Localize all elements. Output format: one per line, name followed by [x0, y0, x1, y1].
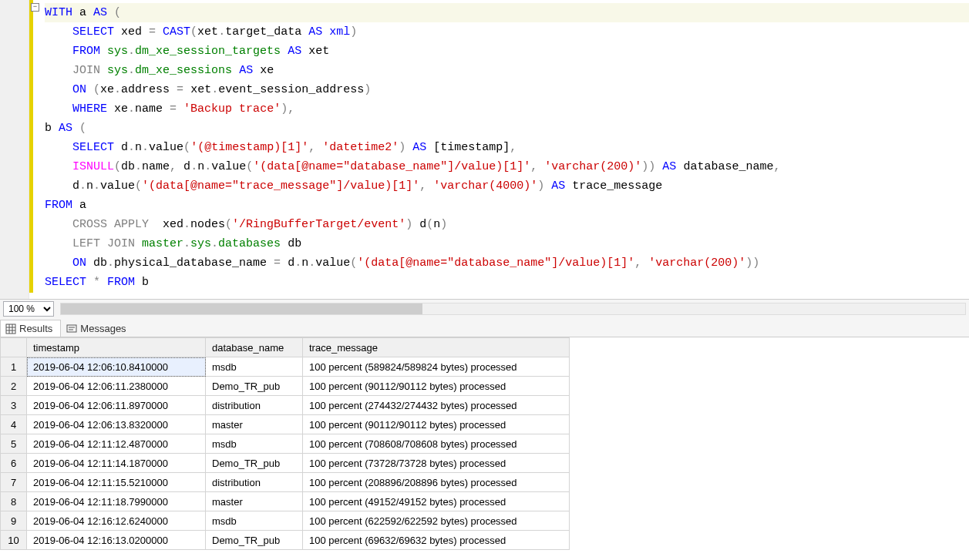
code-line[interactable]: FROM sys.dm_xe_session_targets AS xet: [45, 42, 969, 61]
cell-timestamp[interactable]: 2019-06-04 12:11:15.5210000: [27, 473, 206, 492]
code-line[interactable]: FROM a: [45, 196, 969, 215]
fold-collapse-icon[interactable]: −: [31, 3, 39, 12]
tab-messages[interactable]: Messages: [61, 320, 134, 337]
table-row[interactable]: 32019-06-04 12:06:11.8970000distribution…: [1, 396, 570, 415]
code-line[interactable]: ISNULL(db.name, d.n.value('(data[@name="…: [45, 157, 969, 176]
cell-message[interactable]: 100 percent (90112/90112 bytes) processe…: [303, 415, 570, 434]
row-header[interactable]: 2: [1, 377, 27, 396]
grid-header-row: timestamp database_name trace_message: [1, 338, 570, 357]
tab-results[interactable]: Results: [0, 320, 61, 337]
row-header[interactable]: 5: [1, 434, 27, 454]
results-grid: timestamp database_name trace_message 12…: [0, 337, 570, 550]
cell-message[interactable]: 100 percent (708608/708608 bytes) proces…: [303, 434, 570, 454]
row-header[interactable]: 7: [1, 473, 27, 492]
zoom-select[interactable]: 100 %: [3, 301, 54, 317]
scrollbar-thumb[interactable]: [61, 303, 422, 314]
results-grid-pane[interactable]: timestamp database_name trace_message 12…: [0, 337, 969, 560]
code-line[interactable]: SELECT * FROM b: [45, 273, 969, 292]
cell-timestamp[interactable]: 2019-06-04 12:16:12.6240000: [27, 511, 206, 531]
row-header[interactable]: 4: [1, 415, 27, 434]
col-header-database[interactable]: database_name: [206, 338, 303, 357]
col-header-message[interactable]: trace_message: [303, 338, 570, 357]
code-line[interactable]: SELECT xed = CAST(xet.target_data AS xml…: [45, 22, 969, 42]
svg-rect-5: [67, 325, 76, 332]
code-line[interactable]: JOIN sys.dm_xe_sessions AS xe: [45, 61, 969, 80]
code-line[interactable]: SELECT d.n.value('(@timestamp)[1]', 'dat…: [45, 138, 969, 157]
code-line[interactable]: WITH a AS (: [45, 3, 969, 22]
table-row[interactable]: 12019-06-04 12:06:10.8410000msdb100 perc…: [1, 357, 570, 377]
svg-rect-0: [6, 324, 15, 334]
code-line[interactable]: ON (xe.address = xet.event_session_addre…: [45, 80, 969, 99]
cell-database[interactable]: Demo_TR_pub: [206, 531, 303, 550]
cell-database[interactable]: Demo_TR_pub: [206, 454, 303, 473]
cell-message[interactable]: 100 percent (274432/274432 bytes) proces…: [303, 396, 570, 415]
cell-message[interactable]: 100 percent (90112/90112 bytes) processe…: [303, 377, 570, 396]
code-text[interactable]: WITH a AS ( SELECT xed = CAST(xet.target…: [43, 0, 969, 299]
editor-gutter: [0, 0, 29, 299]
cell-timestamp[interactable]: 2019-06-04 12:06:11.2380000: [27, 377, 206, 396]
cell-message[interactable]: 100 percent (49152/49152 bytes) processe…: [303, 492, 570, 511]
code-line[interactable]: d.n.value('(data[@name="trace_message"]/…: [45, 176, 969, 196]
cell-timestamp[interactable]: 2019-06-04 12:16:13.0200000: [27, 531, 206, 550]
table-row[interactable]: 42019-06-04 12:06:13.8320000master100 pe…: [1, 415, 570, 434]
table-row[interactable]: 92019-06-04 12:16:12.6240000msdb100 perc…: [1, 511, 570, 531]
cell-timestamp[interactable]: 2019-06-04 12:06:11.8970000: [27, 396, 206, 415]
row-header[interactable]: 8: [1, 492, 27, 511]
code-line[interactable]: WHERE xe.name = 'Backup trace'),: [45, 99, 969, 119]
cell-database[interactable]: distribution: [206, 396, 303, 415]
cell-message[interactable]: 100 percent (69632/69632 bytes) processe…: [303, 531, 570, 550]
tab-results-label: Results: [19, 323, 52, 334]
cell-database[interactable]: Demo_TR_pub: [206, 377, 303, 396]
col-header-timestamp[interactable]: timestamp: [27, 338, 206, 357]
horizontal-scrollbar[interactable]: [60, 303, 966, 315]
table-row[interactable]: 82019-06-04 12:11:18.7990000master100 pe…: [1, 492, 570, 511]
row-header[interactable]: 6: [1, 454, 27, 473]
code-line[interactable]: LEFT JOIN master.sys.databases db: [45, 234, 969, 253]
table-row[interactable]: 102019-06-04 12:16:13.0200000Demo_TR_pub…: [1, 531, 570, 550]
fold-margin: −: [29, 0, 43, 299]
results-tabs: Results Messages: [0, 317, 969, 337]
cell-database[interactable]: master: [206, 492, 303, 511]
cell-database[interactable]: msdb: [206, 434, 303, 454]
cell-database[interactable]: msdb: [206, 357, 303, 377]
grid-icon: [5, 324, 16, 334]
cell-database[interactable]: distribution: [206, 473, 303, 492]
cell-database[interactable]: master: [206, 415, 303, 434]
cell-timestamp[interactable]: 2019-06-04 12:11:18.7990000: [27, 492, 206, 511]
table-row[interactable]: 62019-06-04 12:11:14.1870000Demo_TR_pub1…: [1, 454, 570, 473]
cell-timestamp[interactable]: 2019-06-04 12:06:10.8410000: [27, 357, 206, 377]
sql-editor[interactable]: − WITH a AS ( SELECT xed = CAST(xet.targ…: [0, 0, 969, 299]
code-line[interactable]: CROSS APPLY xed.nodes('/RingBufferTarget…: [45, 215, 969, 234]
row-header[interactable]: 3: [1, 396, 27, 415]
cell-message[interactable]: 100 percent (589824/589824 bytes) proces…: [303, 357, 570, 377]
cell-database[interactable]: msdb: [206, 511, 303, 531]
table-row[interactable]: 52019-06-04 12:11:12.4870000msdb100 perc…: [1, 434, 570, 454]
editor-zoom-bar: 100 %: [0, 299, 969, 317]
change-indicator: [29, 0, 33, 293]
row-header[interactable]: 10: [1, 531, 27, 550]
corner-header[interactable]: [1, 338, 27, 357]
table-row[interactable]: 22019-06-04 12:06:11.2380000Demo_TR_pub1…: [1, 377, 570, 396]
messages-icon: [66, 324, 77, 334]
cell-message[interactable]: 100 percent (622592/622592 bytes) proces…: [303, 511, 570, 531]
code-line[interactable]: ON db.physical_database_name = d.n.value…: [45, 253, 969, 273]
table-row[interactable]: 72019-06-04 12:11:15.5210000distribution…: [1, 473, 570, 492]
row-header[interactable]: 1: [1, 357, 27, 377]
tab-messages-label: Messages: [80, 323, 126, 334]
row-header[interactable]: 9: [1, 511, 27, 531]
cell-message[interactable]: 100 percent (208896/208896 bytes) proces…: [303, 473, 570, 492]
code-line[interactable]: b AS (: [45, 119, 969, 138]
cell-timestamp[interactable]: 2019-06-04 12:06:13.8320000: [27, 415, 206, 434]
cell-timestamp[interactable]: 2019-06-04 12:11:14.1870000: [27, 454, 206, 473]
cell-message[interactable]: 100 percent (73728/73728 bytes) processe…: [303, 454, 570, 473]
cell-timestamp[interactable]: 2019-06-04 12:11:12.4870000: [27, 434, 206, 454]
